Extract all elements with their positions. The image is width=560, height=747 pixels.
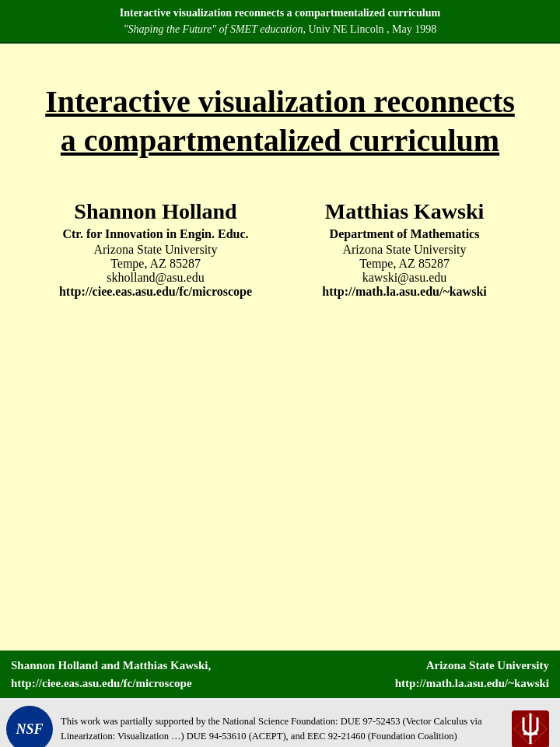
author1-url[interactable]: http://ciee.eas.asu.edu/fc/microscope — [31, 285, 280, 299]
author2-name: Matthias Kawski — [280, 199, 529, 224]
acknowledgment-bar: NSF This work was partially supported by… — [0, 698, 560, 747]
footer-left-line2[interactable]: http://ciee.eas.asu.edu/fc/microscope — [11, 675, 280, 693]
nsf-label: NSF — [16, 721, 43, 738]
author2-affil1: Arizona State University — [280, 243, 529, 257]
footer-left: Shannon Holland and Matthias Kawski, htt… — [11, 657, 280, 692]
header-line2-normal: , Univ NE Lincoln , May 1998 — [303, 23, 436, 35]
main-title: Interactive visualization reconnects a c… — [39, 82, 521, 160]
author2-url[interactable]: http://math.la.asu.edu/~kawski — [280, 285, 529, 299]
authors-section: Shannon Holland Ctr. for Innovation in E… — [31, 191, 529, 330]
acknowledgment-text: This work was partially supported by the… — [61, 714, 499, 744]
asu-logo-container — [507, 706, 554, 747]
footer-bar: Shannon Holland and Matthias Kawski, htt… — [0, 651, 560, 698]
author2-block: Matthias Kawski Department of Mathematic… — [280, 199, 529, 299]
main-content: Interactive visualization reconnects a c… — [0, 44, 560, 651]
author2-email: kawski@asu.edu — [280, 271, 529, 285]
author1-affil2: Tempe, AZ 85287 — [31, 257, 280, 271]
author1-email: skholland@asu.edu — [31, 271, 280, 285]
nsf-logo: NSF — [6, 706, 53, 747]
header-line1: Interactive visualization reconnects a c… — [8, 5, 552, 21]
author2-affil2: Tempe, AZ 85287 — [280, 257, 529, 271]
author1-dept: Ctr. for Innovation in Engin. Educ. — [31, 227, 280, 241]
author1-block: Shannon Holland Ctr. for Innovation in E… — [31, 199, 280, 299]
author2-dept: Department of Mathematics — [280, 227, 529, 241]
header-line2-italic: "Shaping the Future" of SMET education — [124, 23, 303, 35]
footer-right-line2[interactable]: http://math.la.asu.edu/~kawski — [280, 675, 549, 693]
asu-logo-svg — [508, 707, 553, 747]
footer-left-line1: Shannon Holland and Matthias Kawski, — [11, 657, 280, 675]
footer-right-line1: Arizona State University — [280, 657, 549, 675]
nsf-circle: NSF — [6, 706, 53, 747]
header-line2: "Shaping the Future" of SMET education, … — [8, 21, 552, 37]
author1-name: Shannon Holland — [31, 199, 280, 224]
author1-affil1: Arizona State University — [31, 243, 280, 257]
footer-right: Arizona State University http://math.la.… — [280, 657, 549, 692]
top-header: Interactive visualization reconnects a c… — [0, 0, 560, 44]
asu-logo — [507, 706, 554, 747]
title-section: Interactive visualization reconnects a c… — [31, 67, 529, 191]
acknowledgment-body: This work was partially supported by the… — [61, 716, 482, 742]
